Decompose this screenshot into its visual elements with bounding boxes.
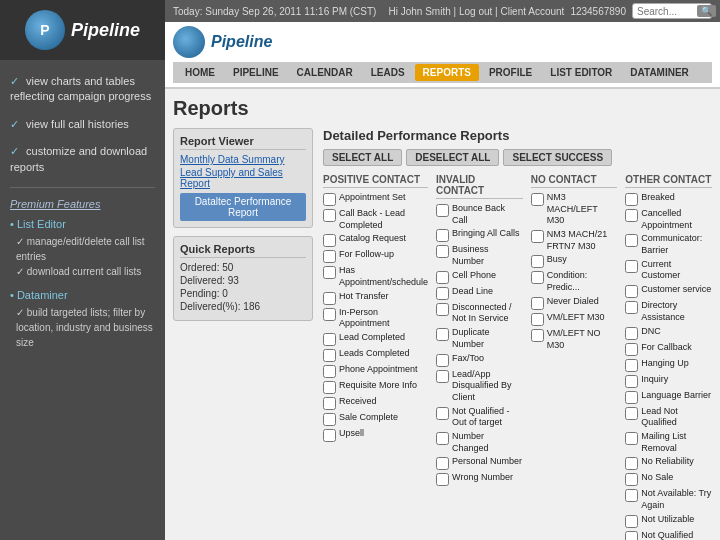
checkbox-item[interactable]: Current Customer [625,259,712,282]
checkbox-2-4[interactable] [531,297,544,310]
checkbox-2-5[interactable] [531,313,544,326]
checkbox-3-0[interactable] [625,193,638,206]
checkbox-0-13[interactable] [323,429,336,442]
checkbox-1-3[interactable] [436,271,449,284]
checkbox-item[interactable]: Condition: Predic... [531,270,618,293]
checkbox-1-11[interactable] [436,457,449,470]
nav-dataminer[interactable]: DATAMINER [622,64,697,81]
checkbox-1-0[interactable] [436,204,449,217]
checkbox-3-14[interactable] [625,473,638,486]
checkbox-item[interactable]: Bringing All Calls [436,228,523,242]
checkbox-0-4[interactable] [323,266,336,279]
report-link-lead[interactable]: Lead Supply and Sales Report [180,167,306,189]
checkbox-3-12[interactable] [625,432,638,445]
checkbox-3-3[interactable] [625,260,638,273]
checkbox-0-1[interactable] [323,209,336,222]
checkbox-item[interactable]: NM3 MACH/LEFT M30 [531,192,618,227]
checkbox-3-5[interactable] [625,301,638,314]
checkbox-1-12[interactable] [436,473,449,486]
checkbox-0-3[interactable] [323,250,336,263]
checkbox-3-4[interactable] [625,285,638,298]
checkbox-0-2[interactable] [323,234,336,247]
checkbox-1-7[interactable] [436,354,449,367]
checkbox-2-0[interactable] [531,193,544,206]
checkbox-item[interactable]: Received [323,396,428,410]
checkbox-item[interactable]: Lead Completed [323,332,428,346]
nav-listeditor[interactable]: LIST EDITOR [542,64,620,81]
checkbox-0-9[interactable] [323,365,336,378]
checkbox-3-6[interactable] [625,327,638,340]
checkbox-3-13[interactable] [625,457,638,470]
checkbox-item[interactable]: Breaked [625,192,712,206]
checkbox-3-2[interactable] [625,234,638,247]
checkbox-1-5[interactable] [436,303,449,316]
checkbox-item[interactable]: No Reliability [625,456,712,470]
checkbox-item[interactable]: Fax/Too [436,353,523,367]
checkbox-1-10[interactable] [436,432,449,445]
report-link-monthly[interactable]: Monthly Data Summary [180,154,306,165]
checkbox-item[interactable]: For Callback [625,342,712,356]
checkbox-item[interactable]: Phone Appointment [323,364,428,378]
checkbox-0-7[interactable] [323,333,336,346]
checkbox-3-15[interactable] [625,489,638,502]
checkbox-1-9[interactable] [436,407,449,420]
checkbox-item[interactable]: No Sale [625,472,712,486]
checkbox-item[interactable]: Cancelled Appointment [625,208,712,231]
nav-pipeline[interactable]: PIPELINE [225,64,287,81]
checkbox-item[interactable]: Cell Phone [436,270,523,284]
checkbox-item[interactable]: DNC [625,326,712,340]
checkbox-item[interactable]: VM/LEFT NO M30 [531,328,618,351]
checkbox-item[interactable]: Lead/App Disqualified By Client [436,369,523,404]
checkbox-3-17[interactable] [625,531,638,540]
select-all-btn[interactable]: SELECT ALL [323,149,402,166]
checkbox-1-2[interactable] [436,245,449,258]
nav-calendar[interactable]: CALENDAR [289,64,361,81]
checkbox-item[interactable]: Directory Assistance [625,300,712,323]
checkbox-0-11[interactable] [323,397,336,410]
checkbox-3-11[interactable] [625,407,638,420]
checkbox-item[interactable]: Number Changed [436,431,523,454]
checkbox-item[interactable]: Never Dialed [531,296,618,310]
checkbox-3-9[interactable] [625,375,638,388]
checkbox-0-12[interactable] [323,413,336,426]
checkbox-item[interactable]: Leads Completed [323,348,428,362]
checkbox-item[interactable]: Sale Complete [323,412,428,426]
checkbox-3-8[interactable] [625,359,638,372]
checkbox-item[interactable]: Business Number [436,244,523,267]
checkbox-3-10[interactable] [625,391,638,404]
checkbox-1-4[interactable] [436,287,449,300]
checkbox-item[interactable]: Dead Line [436,286,523,300]
search-box[interactable]: 🔍 [632,3,712,19]
deselect-all-btn[interactable]: DESELECT ALL [406,149,499,166]
checkbox-1-8[interactable] [436,370,449,383]
checkbox-item[interactable]: Has Appointment/schedule [323,265,428,288]
checkbox-item[interactable]: Personal Number [436,456,523,470]
checkbox-item[interactable]: Hot Transfer [323,291,428,305]
nav-reports[interactable]: REPORTS [415,64,479,81]
checkbox-item[interactable]: Lead Not Qualified [625,406,712,429]
checkbox-item[interactable]: Language Barrier [625,390,712,404]
checkbox-item[interactable]: Catalog Request [323,233,428,247]
checkbox-item[interactable]: Bounce Back Call [436,203,523,226]
checkbox-item[interactable]: Not Qualified - Out of target [436,406,523,429]
checkbox-1-6[interactable] [436,328,449,341]
search-input[interactable] [637,6,697,17]
checkbox-item[interactable]: VM/LEFT M30 [531,312,618,326]
checkbox-item[interactable]: Appointment Set [323,192,428,206]
checkbox-2-6[interactable] [531,329,544,342]
checkbox-0-6[interactable] [323,308,336,321]
checkbox-item[interactable]: Upsell [323,428,428,442]
checkbox-3-7[interactable] [625,343,638,356]
checkbox-item[interactable]: For Follow-up [323,249,428,263]
checkbox-item[interactable]: Not Qualified [625,530,712,540]
checkbox-2-2[interactable] [531,255,544,268]
dataltec-btn[interactable]: Dataltec Performance Report [180,193,306,221]
checkbox-item[interactable]: In-Person Appointment [323,307,428,330]
checkbox-item[interactable]: NM3 MACH/21 FRTN7 M30 [531,229,618,252]
select-success-btn[interactable]: SELECT SUCCESS [503,149,612,166]
checkbox-item[interactable]: Customer service [625,284,712,298]
checkbox-item[interactable]: Inquiry [625,374,712,388]
checkbox-item[interactable]: Not Utilizable [625,514,712,528]
checkbox-item[interactable]: Not Available: Try Again [625,488,712,511]
checkbox-item[interactable]: Busy [531,254,618,268]
